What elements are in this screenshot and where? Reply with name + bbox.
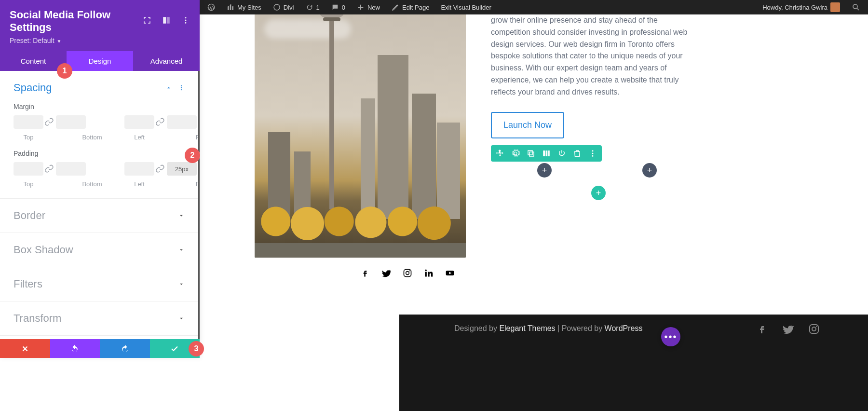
page-canvas: grow their online presence and stay ahea… xyxy=(200,14,868,411)
comments-link[interactable]: 0 xyxy=(327,3,349,11)
section-filters: Filters xyxy=(0,267,198,301)
svg-point-27 xyxy=(816,326,817,327)
link-icon[interactable] xyxy=(156,164,165,173)
padding-left-input[interactable] xyxy=(124,162,154,176)
launch-button[interactable]: Launch Now xyxy=(491,112,564,139)
twitter-icon[interactable] xyxy=(782,323,794,335)
site-link[interactable]: Divi xyxy=(269,3,298,11)
panel-title: Social Media Follow Settings xyxy=(10,9,143,34)
section-border-title: Border xyxy=(14,209,45,222)
kebab-icon[interactable] xyxy=(181,16,190,27)
youtube-icon[interactable] xyxy=(445,268,455,278)
tab-design[interactable]: Design xyxy=(67,51,133,71)
section-transform-title: Transform xyxy=(14,312,61,325)
svg-point-16 xyxy=(592,150,594,151)
kebab-icon[interactable] xyxy=(588,149,597,158)
svg-rect-1 xyxy=(167,17,170,24)
svg-point-10 xyxy=(853,4,857,9)
svg-point-26 xyxy=(812,327,816,331)
snap-icon[interactable] xyxy=(162,16,171,27)
updates-count: 1 xyxy=(316,4,320,11)
trash-icon[interactable] xyxy=(573,149,582,158)
instagram-icon[interactable] xyxy=(403,268,412,278)
instagram-icon[interactable] xyxy=(808,323,820,335)
section-transform-toggle[interactable]: Transform xyxy=(14,312,185,325)
add-row[interactable]: + xyxy=(591,186,606,200)
section-border: Border xyxy=(0,199,198,233)
social-follow-row xyxy=(360,268,455,278)
svg-point-3 xyxy=(185,20,187,21)
section-filters-toggle[interactable]: Filters xyxy=(14,278,185,290)
footer-credits: Designed by Elegant Themes | Powered by … xyxy=(454,324,642,333)
columns-icon[interactable] xyxy=(542,149,551,158)
twitter-icon[interactable] xyxy=(381,268,391,278)
margin-top-input[interactable] xyxy=(14,115,43,129)
caret-down-icon: ▼ xyxy=(55,39,62,44)
footer-elegant-link[interactable]: Elegant Themes xyxy=(499,324,555,332)
link-icon[interactable] xyxy=(45,164,54,173)
section-filters-title: Filters xyxy=(14,278,42,290)
my-sites-link[interactable]: My Sites xyxy=(223,3,265,11)
tab-advanced[interactable]: Advanced xyxy=(133,51,200,71)
margin-right-input[interactable] xyxy=(167,115,197,129)
kebab-icon[interactable] xyxy=(178,84,185,91)
section-border-toggle[interactable]: Border xyxy=(14,209,185,222)
redo-button[interactable] xyxy=(100,339,150,358)
label-bottom: Bottom xyxy=(77,180,107,188)
duplicate-icon[interactable] xyxy=(527,149,535,158)
linkedin-icon[interactable] xyxy=(424,268,434,278)
margin-left-input[interactable] xyxy=(124,115,154,129)
edit-page-link[interactable]: Edit Page xyxy=(388,3,433,11)
facebook-icon[interactable] xyxy=(360,268,370,278)
padding-right-input[interactable] xyxy=(167,162,197,176)
section-transform: Transform xyxy=(0,301,198,336)
margin-field: Margin TopBottom xyxy=(14,103,185,141)
svg-point-23 xyxy=(425,270,427,271)
annotation-2: 2 xyxy=(185,148,200,163)
link-icon[interactable] xyxy=(156,118,165,126)
section-box-shadow-title: Box Shadow xyxy=(14,244,73,256)
page-footer: Designed by Elegant Themes | Powered by … xyxy=(399,315,868,411)
power-icon[interactable] xyxy=(557,149,566,158)
padding-bottom-input[interactable] xyxy=(56,162,86,176)
search-icon[interactable] xyxy=(848,3,864,12)
facebook-icon[interactable] xyxy=(756,323,768,335)
label-right: Right xyxy=(188,180,200,188)
add-module-right[interactable]: + xyxy=(642,163,657,178)
svg-rect-0 xyxy=(163,17,166,24)
comments-count: 0 xyxy=(342,4,345,11)
undo-button[interactable] xyxy=(50,339,100,358)
cancel-button[interactable] xyxy=(0,339,50,358)
panel-body[interactable]: Spacing Margin TopBottom xyxy=(0,71,200,358)
section-spacing: Spacing Margin TopBottom xyxy=(0,71,198,199)
add-module-left[interactable]: + xyxy=(537,163,552,178)
link-icon[interactable] xyxy=(45,118,54,126)
my-sites-label: My Sites xyxy=(237,4,261,11)
footer-wordpress-link[interactable]: WordPress xyxy=(605,324,643,332)
exit-vb-link[interactable]: Exit Visual Builder xyxy=(437,4,495,11)
wp-logo[interactable] xyxy=(203,3,219,11)
section-box-shadow-toggle[interactable]: Box Shadow xyxy=(14,244,185,256)
margin-bottom-input[interactable] xyxy=(56,115,86,129)
howdy-user[interactable]: Howdy, Christina Gwira xyxy=(759,2,844,12)
hero-image xyxy=(255,14,466,258)
expand-icon[interactable] xyxy=(143,16,151,27)
preset-selector[interactable]: Preset: Default ▼ xyxy=(10,37,190,44)
builder-fab[interactable]: ••• xyxy=(661,327,680,346)
chevron-up-icon xyxy=(165,84,172,91)
padding-top-input[interactable] xyxy=(14,162,43,176)
updates-link[interactable]: 1 xyxy=(302,3,324,11)
tab-content[interactable]: Content xyxy=(0,51,67,71)
footer-powered-by: Powered by xyxy=(562,324,605,332)
move-icon[interactable] xyxy=(496,149,504,158)
svg-point-9 xyxy=(274,4,280,10)
svg-point-6 xyxy=(181,87,182,88)
label-left: Left xyxy=(124,180,154,188)
section-spacing-toggle[interactable]: Spacing xyxy=(14,82,185,94)
new-link[interactable]: New xyxy=(353,3,384,11)
body-text: grow their online presence and stay ahea… xyxy=(491,14,698,138)
svg-point-20 xyxy=(406,272,409,275)
module-toolbar xyxy=(491,145,602,162)
gear-icon[interactable] xyxy=(511,149,520,158)
avatar xyxy=(830,2,840,12)
